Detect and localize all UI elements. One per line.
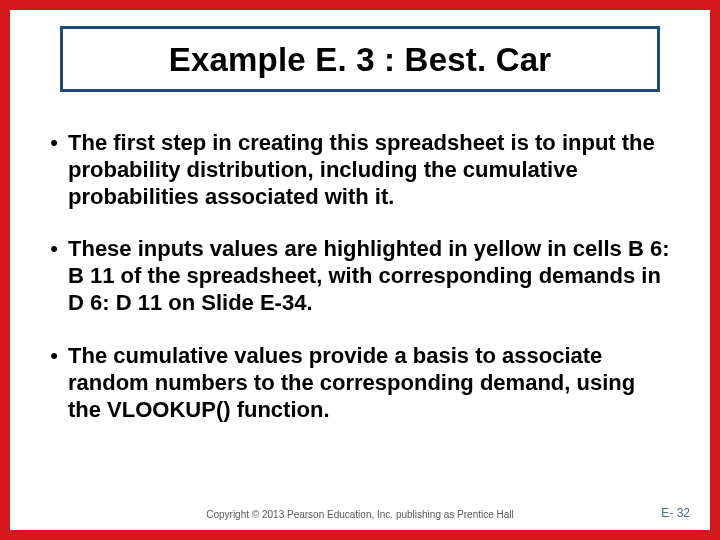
bullet-text: These inputs values are highlighted in y… (68, 236, 674, 316)
bullet-text: The first step in creating this spreadsh… (68, 130, 674, 210)
bullet-item: • The first step in creating this spread… (40, 130, 674, 210)
footer-copyright: Copyright © 2013 Pearson Education, Inc.… (10, 509, 710, 520)
footer-page-number: E- 32 (661, 506, 690, 520)
bullet-text: The cumulative values provide a basis to… (68, 343, 674, 423)
body-content: • The first step in creating this spread… (40, 130, 674, 449)
bullet-item: • The cumulative values provide a basis … (40, 343, 674, 423)
bullet-marker-icon: • (40, 130, 68, 156)
slide-title: Example E. 3 : Best. Car (83, 41, 637, 79)
slide: Example E. 3 : Best. Car • The first ste… (0, 0, 720, 540)
bullet-marker-icon: • (40, 343, 68, 369)
title-box: Example E. 3 : Best. Car (60, 26, 660, 92)
bullet-marker-icon: • (40, 236, 68, 262)
bullet-item: • These inputs values are highlighted in… (40, 236, 674, 316)
